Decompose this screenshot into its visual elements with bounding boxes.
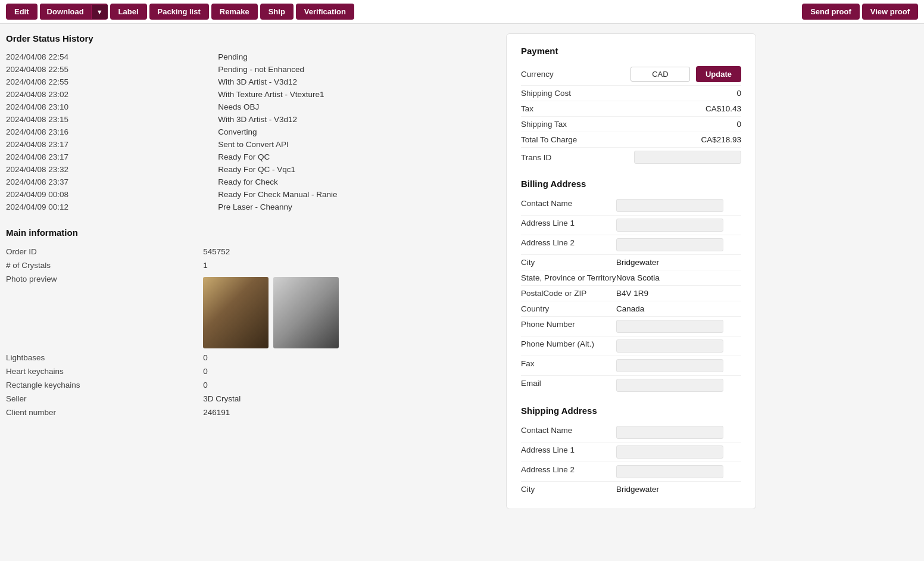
shipping-tax-value: 0 — [736, 120, 741, 129]
heart-keychains-value: 0 — [203, 364, 494, 378]
billing-email-label: Email — [521, 379, 616, 388]
billing-address-line1-input[interactable] — [616, 219, 723, 232]
client-number-label: Client number — [6, 406, 203, 419]
crystals-label: # of Crystals — [6, 258, 203, 272]
history-status: With 3D Artist - V3d12 — [218, 76, 494, 88]
order-id-label: Order ID — [6, 245, 203, 258]
history-row: 2024/04/08 23:17Ready For QC — [6, 151, 494, 163]
billing-contact-name-input[interactable] — [616, 199, 723, 212]
photo-preview-container — [203, 277, 489, 348]
shipping-cost-label: Shipping Cost — [521, 89, 604, 98]
seller-value: 3D Crystal — [203, 392, 494, 406]
history-row: 2024/04/08 23:17Sent to Convert API — [6, 138, 494, 151]
trans-id-row: Trans ID — [521, 148, 741, 167]
rectangle-keychains-value: 0 — [203, 378, 494, 392]
photo-thumb-2 — [273, 277, 339, 348]
total-to-charge-value: CA$218.93 — [701, 135, 741, 144]
left-panel: Order Status History 2024/04/08 22:54Pen… — [6, 33, 494, 419]
top-toolbar: Edit Download ▼ Label Packing list Remak… — [0, 0, 924, 24]
history-row: 2024/04/08 23:16Converting — [6, 126, 494, 138]
update-button[interactable]: Update — [696, 66, 741, 82]
history-timestamp: 2024/04/08 23:17 — [6, 138, 218, 151]
rectangle-keychains-row: Rectangle keychains 0 — [6, 378, 494, 392]
history-timestamp: 2024/04/08 23:10 — [6, 101, 218, 113]
ship-button[interactable]: Ship — [260, 4, 294, 20]
history-row: 2024/04/08 23:10Needs OBJ — [6, 101, 494, 113]
billing-address-line2-input[interactable] — [616, 238, 723, 251]
shipping-contact-name-label: Contact Name — [521, 426, 616, 435]
download-main-button[interactable]: Download — [40, 4, 91, 20]
history-timestamp: 2024/04/08 22:55 — [6, 76, 218, 88]
payment-section: Currency Update Shipping Cost 0 Tax CA$1… — [521, 63, 741, 167]
shipping-address-line2-input[interactable] — [616, 465, 723, 478]
shipping-cost-row: Shipping Cost 0 — [521, 86, 741, 101]
order-status-history-title: Order Status History — [6, 33, 494, 43]
billing-address-line1-row: Address Line 1 — [521, 216, 741, 235]
billing-postal-label: PostalCode or ZIP — [521, 289, 616, 298]
tax-row: Tax CA$10.43 — [521, 101, 741, 117]
edit-button[interactable]: Edit — [6, 4, 38, 20]
billing-state-value: Nova Scotia — [616, 273, 741, 282]
view-proof-button[interactable]: View proof — [862, 4, 918, 20]
shipping-address-line1-label: Address Line 1 — [521, 445, 616, 454]
lightbases-label: Lightbases — [6, 351, 203, 364]
shipping-address-line2-label: Address Line 2 — [521, 465, 616, 474]
history-row: 2024/04/08 23:32Ready For QC - Vqc1 — [6, 163, 494, 176]
history-status: Ready for Check — [218, 176, 494, 188]
download-dropdown-button[interactable]: ▼ — [91, 5, 108, 19]
history-status: Ready For QC - Vqc1 — [218, 163, 494, 176]
shipping-contact-name-input[interactable] — [616, 426, 723, 439]
remake-button[interactable]: Remake — [211, 4, 258, 20]
tax-label: Tax — [521, 104, 604, 113]
verification-button[interactable]: Verification — [296, 4, 354, 20]
history-timestamp: 2024/04/09 00:08 — [6, 188, 218, 201]
history-row: 2024/04/09 00:08Ready For Check Manual -… — [6, 188, 494, 201]
payment-title: Payment — [521, 46, 741, 56]
billing-country-label: Country — [521, 304, 616, 313]
shipping-address-line1-input[interactable] — [616, 445, 723, 459]
billing-state-label: State, Province or Territory — [521, 273, 616, 282]
send-proof-button[interactable]: Send proof — [802, 4, 860, 20]
shipping-address-title: Shipping Address — [521, 406, 741, 416]
billing-phone-alt-row: Phone Number (Alt.) — [521, 336, 741, 356]
history-status: With 3D Artist - V3d12 — [218, 113, 494, 126]
billing-city-row: City Bridgewater — [521, 255, 741, 270]
history-row: 2024/04/08 23:02With Texture Artist - Vt… — [6, 88, 494, 101]
history-timestamp: 2024/04/08 22:55 — [6, 63, 218, 76]
shipping-cost-value: 0 — [736, 89, 741, 98]
billing-postal-value: B4V 1R9 — [616, 289, 741, 298]
history-status: Needs OBJ — [218, 101, 494, 113]
billing-address-line2-label: Address Line 2 — [521, 238, 616, 247]
billing-country-row: Country Canada — [521, 301, 741, 317]
shipping-city-value: Bridgewater — [616, 485, 741, 494]
history-timestamp: 2024/04/08 23:16 — [6, 126, 218, 138]
billing-contact-name-row: Contact Name — [521, 196, 741, 216]
label-button[interactable]: Label — [110, 4, 147, 20]
billing-email-input[interactable] — [616, 379, 723, 392]
billing-phone-row: Phone Number — [521, 317, 741, 336]
lightbases-row: Lightbases 0 — [6, 351, 494, 364]
billing-city-value: Bridgewater — [616, 258, 741, 267]
history-status: Pending — [218, 51, 494, 63]
billing-phone-alt-input[interactable] — [616, 339, 723, 353]
client-number-row: Client number 246191 — [6, 406, 494, 419]
shipping-address-line2-row: Address Line 2 — [521, 462, 741, 482]
billing-phone-input[interactable] — [616, 320, 723, 333]
history-timestamp: 2024/04/08 22:54 — [6, 51, 218, 63]
billing-fax-label: Fax — [521, 359, 616, 368]
trans-id-label: Trans ID — [521, 153, 604, 162]
history-row: 2024/04/09 00:12Pre Laser - Cheanny — [6, 201, 494, 213]
billing-state-row: State, Province or Territory Nova Scotia — [521, 270, 741, 286]
main-information-title: Main information — [6, 227, 494, 238]
trans-id-input[interactable] — [634, 151, 741, 164]
main-content: Order Status History 2024/04/08 22:54Pen… — [0, 24, 924, 519]
billing-contact-name-label: Contact Name — [521, 199, 616, 208]
billing-phone-label: Phone Number — [521, 320, 616, 329]
photo-preview-row: Photo preview — [6, 272, 494, 351]
billing-fax-input[interactable] — [616, 359, 723, 372]
currency-label: Currency — [521, 70, 604, 79]
billing-fax-row: Fax — [521, 356, 741, 376]
history-row: 2024/04/08 23:15With 3D Artist - V3d12 — [6, 113, 494, 126]
currency-input[interactable] — [630, 67, 690, 82]
packing-list-button[interactable]: Packing list — [149, 4, 209, 20]
